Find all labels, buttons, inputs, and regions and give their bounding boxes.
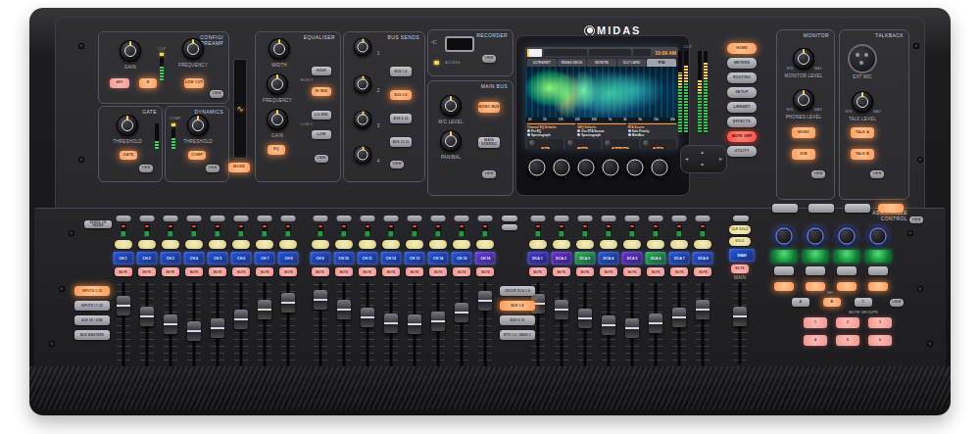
screen-encoder-3[interactable]	[576, 158, 597, 178]
solo-button[interactable]	[312, 240, 329, 249]
main-mute-button[interactable]: MUTE	[731, 265, 749, 273]
assign-button-5[interactable]	[774, 266, 794, 275]
bus-bank-button[interactable]: BUS 13-16	[390, 137, 412, 147]
mute-button[interactable]: MUTE	[359, 267, 376, 276]
solo-button[interactable]	[359, 240, 376, 249]
select-button[interactable]	[554, 216, 568, 221]
fader-cap[interactable]	[696, 300, 710, 319]
main-select-button[interactable]	[733, 216, 749, 221]
solo-button[interactable]	[476, 240, 494, 249]
assign-button-8[interactable]	[868, 266, 888, 275]
select-button[interactable]	[313, 216, 327, 221]
talk-level-knob[interactable]	[852, 91, 873, 113]
eq-band-himid-button[interactable]: HI MID	[312, 87, 331, 96]
phase-button[interactable]: Ø	[139, 78, 157, 88]
select-button[interactable]	[696, 216, 710, 221]
main-solo-button[interactable]: SOLO	[729, 237, 751, 246]
eq-band-high-button[interactable]: HIGH	[312, 67, 331, 75]
mute-button[interactable]: MUTE	[429, 267, 447, 276]
solo-button[interactable]	[232, 240, 250, 249]
fader-cap[interactable]	[211, 318, 224, 338]
talkback-view-button[interactable]: VIEW	[870, 170, 884, 178]
select-button[interactable]	[383, 216, 398, 221]
fader-cap[interactable]	[258, 300, 271, 319]
assign-encoder-4[interactable]	[868, 226, 889, 247]
fader-cap[interactable]	[578, 309, 592, 328]
gate-button[interactable]: GATE	[120, 151, 137, 160]
solo-button[interactable]	[335, 240, 353, 249]
solo-button[interactable]	[256, 240, 273, 249]
mute-button[interactable]: MUTE	[576, 267, 594, 276]
fader-cap[interactable]	[649, 313, 662, 333]
phones-level-knob[interactable]	[793, 89, 814, 111]
eq-view-button[interactable]: VIEW	[315, 155, 328, 163]
dynamics-view-button[interactable]: VIEW	[206, 165, 220, 172]
nav-button-routing[interactable]: ROUTING	[727, 72, 757, 83]
low-cut-button[interactable]: LOW CUT	[184, 78, 204, 88]
fader-cap[interactable]	[431, 312, 445, 331]
nav-button-home[interactable]: HOME	[727, 43, 757, 54]
mute-button[interactable]: MUTE	[138, 267, 156, 276]
dpad-left-icon[interactable]: ◂	[685, 156, 688, 162]
screen-encoder-6[interactable]	[650, 158, 670, 178]
mute-group-button-2[interactable]: 2	[836, 317, 859, 328]
fader-cap[interactable]	[314, 290, 327, 310]
solo-button[interactable]	[429, 240, 447, 249]
nav-button-mute-grp[interactable]: MUTE GRP	[727, 131, 757, 142]
fader-cap[interactable]	[478, 291, 492, 311]
mute-button[interactable]: MUTE	[335, 267, 353, 276]
monitor-level-knob[interactable]	[793, 48, 814, 70]
fader-cap[interactable]	[337, 300, 351, 319]
layer-button-aux-in-usb[interactable]: AUX IN / USB	[74, 315, 110, 325]
select-button[interactable]	[116, 216, 130, 221]
assign-set-c[interactable]: C	[855, 298, 872, 307]
sends-on-fader-button[interactable]: SENDS ON FADER	[84, 220, 112, 228]
assign-encoder-1[interactable]	[774, 226, 795, 247]
solo-button[interactable]	[553, 240, 570, 249]
fader-cap[interactable]	[555, 300, 568, 319]
bus-bank-button[interactable]: BUS 1-4	[390, 67, 412, 76]
mute-button[interactable]: MUTE	[382, 267, 400, 276]
solo-button[interactable]	[162, 240, 179, 249]
assign-top-button-2[interactable]	[808, 204, 834, 213]
assign-button-9[interactable]	[774, 282, 794, 291]
layer-button-bus-1-8[interactable]: BUS 1-8	[500, 301, 535, 311]
talk-a-button[interactable]: TALK A	[851, 127, 874, 138]
gain-knob[interactable]	[120, 40, 141, 62]
layer-utility-button[interactable]	[502, 224, 517, 230]
solo-button[interactable]	[279, 240, 297, 249]
fader-cap[interactable]	[281, 293, 295, 313]
layer-button-mtx-1-6-main-c[interactable]: MTX 1-6 / MAIN C	[500, 330, 535, 340]
select-button[interactable]	[163, 216, 177, 221]
assign-set-view-button[interactable]: VIEW	[890, 299, 904, 307]
assign-button-12[interactable]	[868, 282, 888, 291]
solo-button[interactable]	[382, 240, 400, 249]
select-button[interactable]	[478, 216, 493, 221]
mute-button[interactable]: MUTE	[232, 267, 250, 276]
mute-button[interactable]: MUTE	[115, 267, 132, 276]
select-button[interactable]	[577, 216, 592, 221]
layer-utility-button[interactable]	[502, 216, 517, 221]
solo-button[interactable]	[576, 240, 594, 249]
select-button[interactable]	[625, 216, 640, 221]
fader-cap[interactable]	[672, 308, 686, 327]
solo-button[interactable]	[623, 240, 641, 249]
screen-encoder-4[interactable]	[601, 158, 621, 178]
mute-button[interactable]: MUTE	[670, 267, 688, 276]
assign-top-button-3[interactable]	[845, 204, 870, 213]
lowcut-frequency-knob[interactable]	[182, 38, 204, 60]
screen-encoder-2[interactable]	[552, 158, 572, 178]
mute-button[interactable]: MUTE	[256, 267, 273, 276]
eq-band-lomid-button[interactable]: LO MID	[312, 111, 331, 120]
select-button[interactable]	[360, 216, 374, 221]
select-button[interactable]	[139, 216, 154, 221]
mute-button[interactable]: MUTE	[279, 267, 297, 276]
dpad-right-icon[interactable]: ▸	[719, 156, 722, 162]
layer-button-bus-9-16[interactable]: BUS 9-16	[500, 315, 535, 325]
solo-button[interactable]	[209, 240, 226, 249]
eq-frequency-knob[interactable]	[267, 73, 288, 95]
nav-button-setup[interactable]: SETUP	[727, 87, 757, 98]
layer-button-group-dca-1-8[interactable]: GROUP DCA 1-8	[500, 286, 535, 296]
assign-button-11[interactable]	[837, 282, 857, 291]
mute-button[interactable]: MUTE	[453, 267, 470, 276]
